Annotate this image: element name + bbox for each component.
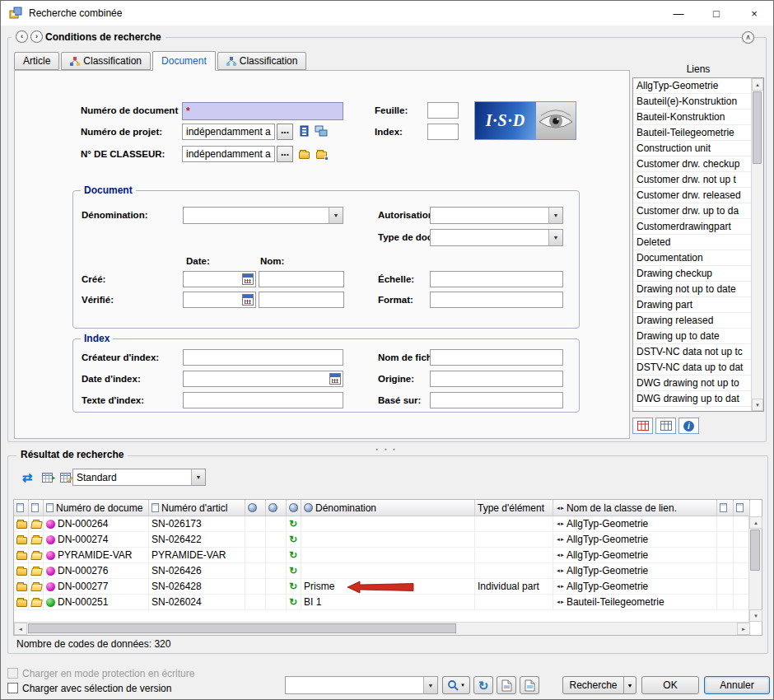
- scroll-up-icon[interactable]: ▲: [752, 78, 763, 91]
- nav-prev-icon[interactable]: ‹: [16, 30, 28, 43]
- denomination-combo[interactable]: ▼: [183, 207, 343, 224]
- search-button[interactable]: Recherche ▼: [562, 676, 636, 694]
- table-row[interactable]: DN-000274 SN-026422 ↻ ◄►AllgTyp-Geometri…: [14, 532, 750, 548]
- liens-list[interactable]: AllgTyp-Geometrie Bauteil(e)-Konstruktio…: [632, 77, 764, 412]
- result-list-button[interactable]: [655, 418, 676, 434]
- binder-browse-button[interactable]: ...: [277, 146, 293, 162]
- cancel-button[interactable]: Annuler: [704, 676, 770, 694]
- scroll-thumb[interactable]: [753, 91, 762, 164]
- header-globe-1[interactable]: [245, 500, 266, 516]
- liens-scrollbar[interactable]: ▲ ▼: [751, 78, 763, 411]
- liens-item[interactable]: Customer drw. up to da: [633, 203, 751, 219]
- header-link-class[interactable]: ◄►Nom de la classe de lien.: [553, 500, 717, 516]
- format-input[interactable]: [430, 292, 563, 308]
- liens-item[interactable]: Drawing not up to date: [633, 282, 751, 297]
- liens-item[interactable]: Documentation: [633, 250, 751, 266]
- table-row[interactable]: DN-000264 SN-026173 ↻ ◄►AllgTyp-Geometri…: [14, 516, 750, 532]
- info-button[interactable]: i: [678, 418, 699, 434]
- collapse-icon[interactable]: ∧: [742, 31, 754, 44]
- scroll-thumb[interactable]: [750, 530, 760, 571]
- scale-input[interactable]: [430, 271, 563, 287]
- minimize-button[interactable]: —: [660, 1, 697, 26]
- calendar-icon[interactable]: [242, 294, 254, 306]
- show-graphic-button[interactable]: [520, 676, 539, 694]
- index-text-input[interactable]: [183, 392, 343, 408]
- show-detail-button[interactable]: [497, 676, 516, 694]
- search-options-button[interactable]: ▼: [442, 676, 470, 694]
- liens-item[interactable]: Customer drw. released: [633, 188, 751, 203]
- scroll-right-icon[interactable]: ►: [737, 623, 750, 635]
- index-date-input[interactable]: [183, 371, 343, 387]
- project-select-icon[interactable]: [314, 124, 329, 139]
- authorization-combo[interactable]: ▼: [430, 207, 563, 224]
- project-list-icon[interactable]: [296, 124, 312, 139]
- tab-classification-1[interactable]: Classification: [61, 52, 151, 70]
- transfer-results-button[interactable]: [40, 469, 58, 486]
- scroll-left-icon[interactable]: ◄: [14, 623, 27, 635]
- project-input[interactable]: [182, 124, 275, 140]
- refresh-button[interactable]: ↻: [473, 676, 493, 694]
- nav-next-icon[interactable]: ›: [30, 30, 43, 43]
- index-creator-input[interactable]: [183, 349, 343, 366]
- checked-name-input[interactable]: [259, 292, 344, 308]
- liens-item[interactable]: DSTV-NC data not up tc: [633, 344, 751, 360]
- table-hscrollbar[interactable]: ◄ ►: [14, 622, 750, 635]
- result-list-detail-button[interactable]: [632, 418, 653, 434]
- view-combo[interactable]: Standard ▼: [72, 469, 206, 486]
- liens-item[interactable]: DWG drawing up to dat: [633, 391, 751, 407]
- created-name-input[interactable]: [259, 271, 344, 287]
- liens-item[interactable]: Customerdrawingpart: [633, 219, 751, 235]
- version-select-checkbox[interactable]: [7, 683, 18, 693]
- doc-number-input[interactable]: [182, 102, 343, 120]
- liens-item[interactable]: Bauteil-Konstruktion: [633, 110, 751, 125]
- header-icon-col-2[interactable]: [29, 500, 44, 516]
- liens-item[interactable]: Customer drw. checkup: [633, 156, 751, 172]
- scroll-down-icon[interactable]: ▼: [752, 399, 763, 411]
- binder-input[interactable]: [182, 146, 275, 162]
- filename-input[interactable]: [430, 349, 563, 366]
- quick-search-combo[interactable]: ▼: [285, 676, 438, 694]
- liens-item[interactable]: Bauteil(e)-Konstruktion: [633, 94, 751, 110]
- liens-item[interactable]: Drawing up to date: [633, 329, 751, 344]
- liens-item[interactable]: Drawing checkup: [633, 266, 751, 282]
- liens-item[interactable]: Construction unit: [633, 141, 751, 156]
- header-icon-col-3[interactable]: [717, 500, 734, 516]
- splitter-handle[interactable]: ● ● ●: [375, 446, 398, 451]
- liens-item[interactable]: Customer drw. not up t: [633, 172, 751, 188]
- header-denomination[interactable]: Dénomination: [301, 500, 475, 516]
- liens-item[interactable]: DSTV-NC data up to dat: [633, 360, 751, 376]
- header-globe-2[interactable]: [266, 500, 287, 516]
- sheet-input[interactable]: [427, 102, 459, 119]
- project-browse-button[interactable]: ...: [277, 124, 293, 140]
- liens-item[interactable]: DWG drawing not up to: [633, 376, 751, 391]
- tab-document[interactable]: Document: [152, 51, 216, 71]
- header-icon-col-4[interactable]: [734, 500, 750, 516]
- liens-item[interactable]: Deleted: [633, 235, 751, 250]
- ok-button[interactable]: OK: [641, 676, 699, 694]
- calendar-icon[interactable]: [242, 273, 254, 285]
- table-row[interactable]: DN-000276 SN-026426 ↻ ◄►AllgTyp-Geometri…: [14, 563, 750, 579]
- table-vscrollbar[interactable]: ▲ ▼: [748, 516, 762, 622]
- header-icon-col-1[interactable]: [14, 500, 29, 516]
- liens-item[interactable]: Bauteil-Teilegeometrie: [633, 125, 751, 141]
- maximize-button[interactable]: □: [697, 1, 735, 26]
- tab-article[interactable]: Article: [14, 52, 59, 70]
- scroll-down-icon[interactable]: ▼: [749, 609, 762, 622]
- folder-icon[interactable]: [296, 146, 312, 161]
- index-input[interactable]: [427, 124, 459, 140]
- tab-classification-2[interactable]: Classification: [217, 52, 307, 70]
- header-doc-number[interactable]: Numéro de docume: [44, 500, 149, 516]
- table-row[interactable]: PYRAMIDE-VAR PYRAMIDE-VAR ↻ ◄►AllgTyp-Ge…: [14, 548, 750, 563]
- liens-item[interactable]: Drawing part: [633, 297, 751, 313]
- liens-item[interactable]: Drawing released: [633, 313, 751, 329]
- table-row[interactable]: DN-000251 SN-026024 ↻ BI 1 ◄►Bauteil-Tei…: [14, 595, 750, 610]
- doc-type-combo[interactable]: ▼: [430, 229, 563, 246]
- origin-input[interactable]: [430, 371, 563, 387]
- scroll-up-icon[interactable]: ▲: [749, 516, 762, 529]
- folder-add-icon[interactable]: [314, 146, 329, 161]
- header-globe-3[interactable]: [287, 500, 301, 516]
- calendar-icon[interactable]: [329, 373, 341, 385]
- scroll-thumb[interactable]: [28, 623, 456, 633]
- based-on-input[interactable]: [430, 392, 563, 408]
- close-button[interactable]: ×: [735, 1, 773, 26]
